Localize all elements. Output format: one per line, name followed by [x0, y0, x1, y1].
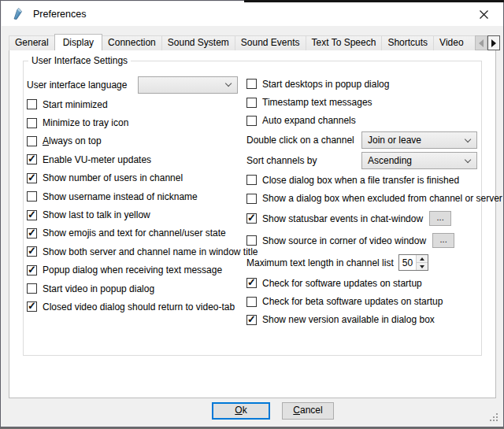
sort-channels-label: Sort channels by: [246, 155, 317, 166]
arrow-down-icon: [420, 265, 424, 271]
checkbox-row: ✓ Show emojis and text for channel/user …: [27, 224, 238, 242]
checkbox[interactable]: ✓: [27, 210, 37, 220]
video-source-options-button[interactable]: ...: [432, 233, 454, 248]
checkbox-label: Show last to talk in yellow: [43, 209, 150, 220]
checkbox[interactable]: ✓: [27, 154, 37, 165]
spinner-up-button[interactable]: [417, 255, 428, 263]
double-click-value: Join or leave: [368, 135, 421, 146]
left-column: User interface language ✓ Start minimize…: [27, 75, 238, 316]
tab-scroll-left-button[interactable]: [475, 35, 487, 50]
tab-scroll-right-button[interactable]: [487, 35, 500, 50]
checkbox-row: ✓ Show both server and channel name in w…: [27, 242, 238, 261]
double-click-label: Double click on a channel: [246, 135, 354, 146]
checkbox[interactable]: ✓: [27, 265, 37, 276]
double-click-combobox[interactable]: Join or leave: [361, 131, 477, 149]
checkbox-label: Check for software updates on startup: [262, 278, 422, 289]
spinner-down-button[interactable]: [417, 263, 428, 270]
checkbox-label: Enable VU-meter updates: [43, 154, 151, 165]
checkbox[interactable]: ✓: [246, 278, 257, 288]
checkbox-row: ✓ Enable VU-meter updates: [27, 150, 238, 168]
close-button[interactable]: [473, 6, 494, 22]
checkbox[interactable]: ✓: [27, 246, 37, 257]
tab-display[interactable]: Display: [54, 34, 102, 50]
checkbox-row: ✓ Start video in popup dialog: [27, 279, 238, 298]
statusbar-events-options-button[interactable]: ...: [429, 211, 451, 226]
max-text-length-row: Maximum text length in channel list 50: [246, 252, 477, 274]
tab-bar: General Display Connection Sound System …: [9, 34, 502, 50]
checkbox-row: ✓ Always on top: [27, 132, 238, 150]
checkbox-row: ✓ Close dialog box when a file transfer …: [246, 171, 477, 189]
check-icon: ✓: [28, 153, 36, 165]
tab-text-to-speech[interactable]: Text To Speech: [306, 35, 383, 50]
checkbox-row: ✓ Check for software updates on startup: [246, 274, 477, 292]
close-icon: [479, 9, 489, 20]
max-text-length-spinner[interactable]: 50: [398, 254, 428, 271]
checkbox-label: Popup dialog when receiving text message: [43, 264, 222, 276]
checkbox-row: ✓ Start desktops in popup dialog: [246, 75, 477, 93]
tab-shortcuts[interactable]: Shortcuts: [381, 35, 434, 50]
checkbox-label: Always on top: [43, 135, 102, 146]
spinner-buttons: [416, 255, 428, 270]
checkbox[interactable]: ✓: [246, 297, 257, 307]
checkbox-row: ✓ Start minimized: [27, 95, 238, 113]
check-icon: ✓: [28, 172, 36, 183]
checkbox[interactable]: ✓: [27, 99, 37, 109]
title-bar: Preferences: [2, 2, 503, 26]
checkbox[interactable]: ✓: [27, 136, 37, 146]
resize-grip[interactable]: [490, 413, 498, 421]
ok-button[interactable]: Ok: [212, 402, 270, 420]
checkbox[interactable]: ✓: [246, 194, 257, 204]
sort-channels-combobox[interactable]: Ascending: [361, 152, 477, 169]
checkbox[interactable]: ✓: [27, 191, 37, 202]
arrow-up-icon: [420, 255, 424, 261]
checkbox-label: Close dialog box when a file transfer is…: [262, 175, 459, 186]
checkbox-row: ✓ Popup dialog when receiving text messa…: [27, 261, 238, 279]
language-row: User interface language: [27, 75, 238, 95]
check-icon: ✓: [28, 227, 36, 239]
tab-general[interactable]: General: [9, 35, 55, 50]
checkbox-row: ✓ Show number of users in channel: [27, 169, 238, 187]
checkbox[interactable]: ✓: [246, 98, 257, 108]
checkbox-label: Start video in popup dialog: [43, 283, 154, 294]
tab-sound-system[interactable]: Sound System: [161, 35, 235, 50]
cancel-button[interactable]: Cancel: [282, 402, 334, 420]
checkbox[interactable]: ✓: [27, 173, 37, 183]
checkbox[interactable]: ✓: [27, 283, 37, 294]
checkbox[interactable]: ✓: [27, 118, 37, 128]
checkbox-label: Check for beta software updates on start…: [262, 296, 443, 307]
checkbox-row: ✓ Show statusbar events in chat-window .…: [246, 208, 477, 230]
sort-channels-row: Sort channels by Ascending: [246, 150, 477, 171]
check-icon: ✓: [28, 300, 36, 312]
checkbox-row: ✓ Show username instead of nickname: [27, 187, 238, 205]
checkbox-label: Minimize to tray icon: [43, 117, 128, 128]
preferences-dialog: Preferences General Display Connection S…: [0, 0, 504, 427]
checkbox-label: Show new version available in dialog box: [262, 314, 435, 325]
checkbox-row: ✓ Show source in corner of video window …: [246, 230, 477, 252]
checkbox[interactable]: ✓: [246, 79, 257, 89]
checkbox[interactable]: ✓: [27, 228, 37, 239]
group-title: User Interface Settings: [28, 55, 131, 66]
checkbox-row: ✓ Show last to talk in yellow: [27, 205, 238, 224]
tab-scroll-left-icon: [479, 39, 484, 47]
tab-sound-events[interactable]: Sound Events: [235, 35, 306, 50]
checkbox[interactable]: ✓: [27, 301, 37, 312]
check-icon: ✓: [247, 313, 256, 325]
check-icon: ✓: [28, 245, 36, 257]
checkbox[interactable]: ✓: [246, 235, 257, 246]
max-text-length-value: 50: [399, 255, 416, 270]
checkbox-row: ✓ Closed video dialog should return to v…: [27, 298, 238, 316]
tab-connection[interactable]: Connection: [102, 35, 162, 50]
language-combobox[interactable]: [138, 76, 238, 94]
checkbox-label: Show both server and channel name in win…: [43, 246, 258, 257]
checkbox-label: Auto expand channels: [262, 115, 356, 126]
background-artifact: [244, 0, 504, 2]
checkbox[interactable]: ✓: [246, 116, 257, 126]
app-icon: [11, 7, 24, 20]
checkbox-label: Start minimized: [43, 99, 108, 110]
checkbox[interactable]: ✓: [246, 175, 257, 185]
double-click-row: Double click on a channel Join or leave: [246, 130, 477, 150]
checkbox[interactable]: ✓: [246, 213, 257, 224]
checkbox[interactable]: ✓: [246, 315, 257, 325]
chevron-down-icon: [465, 135, 472, 142]
chevron-down-icon: [225, 80, 232, 87]
